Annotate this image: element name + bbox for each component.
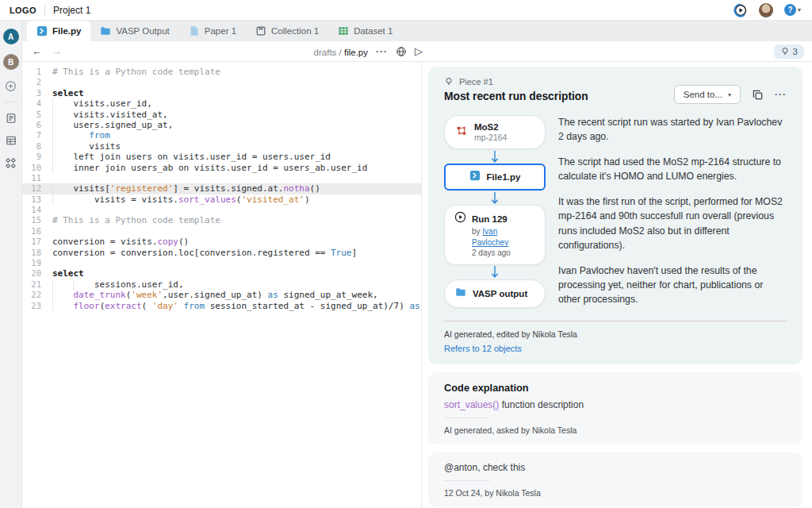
python-file-icon <box>36 25 48 37</box>
code-explanation-card[interactable]: Code explanation sort_values() function … <box>428 372 802 444</box>
code-line-10[interactable]: 10 inner join users_ab on visits.user_id… <box>22 163 421 173</box>
sidebar-add-icon[interactable] <box>5 79 17 92</box>
refers-link[interactable]: Refers to 12 objects <box>444 344 787 353</box>
code-line-4[interactable]: 4 visits.user_id, <box>22 98 421 109</box>
tab-dataset-1[interactable]: Dataset 1 <box>328 21 402 41</box>
line-number: 14 <box>22 205 52 215</box>
line-number: 13 <box>22 194 52 205</box>
flow-node-mos2[interactable]: MoS2mp-2164 <box>444 115 546 149</box>
breadcrumb-more-icon[interactable]: ··· <box>376 46 388 57</box>
flow-node-file1-py[interactable]: File1.py <box>444 164 546 190</box>
globe-icon[interactable] <box>396 46 407 57</box>
code-line-19[interactable]: 19 <box>22 258 421 268</box>
indent-guide <box>52 194 53 205</box>
user-avatar[interactable] <box>759 3 773 17</box>
piece-card: Piece #1 Most recent run description Sen… <box>428 67 802 364</box>
function-name[interactable]: sort_values() <box>444 399 499 410</box>
tab-label: Collection 1 <box>271 26 319 36</box>
hints-badge[interactable]: 3 <box>774 44 804 59</box>
code-line-8[interactable]: 8 visits <box>22 141 421 152</box>
code-text: conversion = conversion.loc[conversion.r… <box>52 248 421 258</box>
flow-arrow-down-icon <box>490 265 500 279</box>
send-to-button[interactable]: Send to... ▾ <box>674 85 741 104</box>
description-paragraph: The recent script run was started by Iva… <box>558 115 787 144</box>
help-icon[interactable]: ? <box>784 4 796 16</box>
line-number: 6 <box>22 120 52 130</box>
breadcrumb-folder[interactable]: drafts / <box>314 48 344 57</box>
app-logo[interactable]: LOGO <box>10 6 36 15</box>
sidebar-note-icon[interactable] <box>5 112 17 125</box>
tab-paper-1[interactable]: Paper 1 <box>179 21 246 41</box>
code-line-9[interactable]: 9 left join users on visits.user_id = us… <box>22 152 421 162</box>
code-line-22[interactable]: 22 date_trunk('week',user.signed_up_at) … <box>22 290 421 300</box>
comment-meta: 12 Oct 24, by Nikola Tesla <box>444 488 787 498</box>
indent-guide <box>52 110 53 120</box>
code-line-23[interactable]: 23 floor(extract( 'day' from session_sta… <box>22 301 421 311</box>
code-line-1[interactable]: 1# This is a Python code template <box>22 67 421 77</box>
code-line-11[interactable]: 11 <box>22 173 421 183</box>
python-file-icon <box>469 170 481 184</box>
explanation-text: function description <box>499 399 584 410</box>
code-text: select <box>52 88 421 98</box>
top-bar: LOGO Project 1 ? ▾ <box>0 0 812 21</box>
code-line-14[interactable]: 14 <box>22 205 421 215</box>
code-line-7[interactable]: 7 from <box>22 130 421 140</box>
right-panel: Piece #1 Most recent run description Sen… <box>422 62 812 508</box>
back-icon[interactable]: ← <box>32 46 42 56</box>
code-line-6[interactable]: 6 users.signed_up_at, <box>22 120 421 130</box>
tab-collection-1[interactable]: Collection 1 <box>246 21 328 41</box>
code-line-20[interactable]: 20select <box>22 268 421 279</box>
code-line-15[interactable]: 15# This is a Python code template <box>22 215 421 225</box>
project-name[interactable]: Project 1 <box>53 5 90 16</box>
bulb-icon <box>444 77 454 87</box>
piece-description: The recent script run was started by Iva… <box>558 115 787 318</box>
code-line-3[interactable]: 3select <box>22 88 421 98</box>
line-number: 18 <box>22 248 52 258</box>
code-editor[interactable]: 1# This is a Python code template23selec… <box>22 62 422 508</box>
run-progress-icon[interactable] <box>733 3 748 17</box>
collection-icon <box>255 25 266 37</box>
flow-node-run-129[interactable]: Run 129by Ivan Pavlochev2 days ago <box>444 205 546 265</box>
tab-vasp-output[interactable]: VASP Output <box>90 21 178 41</box>
indent-guide <box>52 141 53 152</box>
flow-node-vasp-output[interactable]: VASP output <box>444 279 546 308</box>
line-number: 5 <box>22 110 52 120</box>
code-line-18[interactable]: 18conversion = conversion.loc[conversion… <box>22 248 421 258</box>
indent-guide <box>73 279 74 290</box>
code-line-2[interactable]: 2 <box>22 77 421 87</box>
indent-guide <box>52 98 53 109</box>
code-text <box>52 226 421 237</box>
piece-title: Most recent run description <box>444 90 588 102</box>
author-link[interactable]: Ivan Pavlochev <box>472 227 508 247</box>
more-options-icon[interactable]: ··· <box>775 89 787 100</box>
code-line-16[interactable]: 16 <box>22 226 421 237</box>
sidebar-avatar-b[interactable]: B <box>3 54 19 70</box>
comment-text: @anton, check this <box>444 462 787 473</box>
paper-icon <box>189 25 200 37</box>
tab-file-py[interactable]: File.py <box>27 21 90 41</box>
molecule-icon <box>455 125 468 140</box>
editor-toolbar: ← → drafts / file.py ··· ▷ 3 <box>22 41 812 62</box>
indent-guide <box>52 120 53 130</box>
code-line-17[interactable]: 17conversion = visits.copy() <box>22 237 421 247</box>
breadcrumb-file[interactable]: file.py <box>344 48 368 57</box>
line-number: 1 <box>22 67 52 77</box>
sidebar-avatar-a[interactable]: A <box>3 29 19 44</box>
line-number: 15 <box>22 215 52 225</box>
divider <box>44 5 45 15</box>
comment-card[interactable]: @anton, check this 12 Oct 24, by Nikola … <box>428 452 802 507</box>
sidebar-table-icon[interactable] <box>5 134 17 147</box>
code-line-5[interactable]: 5 visits.visited_at, <box>22 110 421 120</box>
help-menu[interactable]: ? ▾ <box>784 4 801 16</box>
code-text: date_trunk('week',user.signed_up_at) as … <box>52 290 421 300</box>
run-file-icon[interactable]: ▷ <box>415 46 423 56</box>
folder-icon <box>455 287 466 301</box>
code-line-13[interactable]: 13 visits = visits.sort_values('visited_… <box>22 194 421 205</box>
copy-icon[interactable] <box>752 89 764 101</box>
code-text: visits.user_id, <box>52 98 421 109</box>
sidebar-apps-icon[interactable] <box>5 156 17 169</box>
forward-icon[interactable]: → <box>52 46 62 56</box>
indent-guide <box>52 163 53 173</box>
code-line-12[interactable]: 12 visits['registered'] = visits.signed.… <box>22 183 421 194</box>
code-line-21[interactable]: 21 sessions.user_id, <box>22 279 421 290</box>
